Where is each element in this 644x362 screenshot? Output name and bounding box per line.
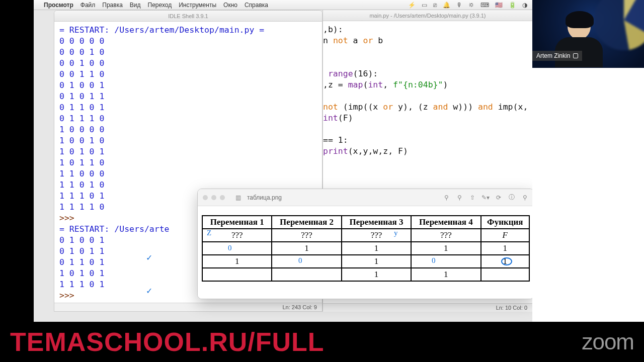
code-frag (323, 69, 328, 78)
code-frag: (x,y,w,z, F) (348, 146, 408, 156)
menu-go[interactable]: Переход (148, 2, 172, 9)
output-row: 1 0 1 1 0 (59, 158, 104, 167)
output-row: 1 1 0 0 0 (59, 169, 104, 178)
table-cell: 1 (342, 268, 411, 281)
output-row: 0 0 1 1 0 (59, 69, 104, 79)
sidebar-toggle-icon[interactable]: ▥ (234, 194, 242, 201)
zoom-in-icon[interactable]: ⚲ (455, 194, 463, 201)
zoom-out-icon[interactable]: ⚲ (442, 194, 450, 201)
output-row: 0 1 1 0 1 (59, 103, 104, 112)
markup-icon[interactable]: ✎▾ (481, 194, 490, 201)
share-icon[interactable]: ⇧ (468, 194, 476, 201)
webcam-tile[interactable]: Artem Zinkin (532, 0, 644, 68)
code-frag: print (323, 146, 348, 156)
preview-window[interactable]: ▥ таблица.png ⚲ ⚲ ⇧ ✎▾ ⟳ ⓘ ⚲ Переменная … (197, 189, 534, 299)
output-row: 1 1 1 1 0 (59, 202, 104, 212)
battery-icon[interactable]: 🔋 (509, 2, 516, 9)
info-icon[interactable]: ⓘ (508, 193, 516, 202)
idle-titlebar[interactable]: IDLE Shell 3.9.1 (54, 11, 322, 22)
output-row: 1 0 1 0 1 (59, 147, 104, 156)
table-header: Переменная 1 (202, 216, 272, 229)
restart-line-1: = RESTART: /Users/artem/Desktop/main.py … (59, 25, 264, 35)
editor-titlebar[interactable]: main.py - /Users/artem/Desktop/main.py (… (323, 10, 532, 21)
mic-icon[interactable]: 🎙 (456, 2, 462, 9)
zoom-logo: zoom (582, 329, 634, 354)
table-cell (272, 268, 341, 281)
menu-window[interactable]: Окно (223, 2, 237, 9)
code-frag: int (323, 113, 338, 123)
right-column: Artem Zinkin (532, 0, 644, 322)
truth-table: Переменная 1 Переменная 2 Переменная 3 П… (202, 215, 530, 282)
flag-us-icon[interactable]: 🇺🇸 (495, 2, 503, 9)
table-cell: ??? (342, 229, 411, 242)
table-cell: ??? (202, 229, 272, 242)
table-cell (411, 255, 480, 268)
table-cell: 1 (411, 268, 480, 281)
output-row: 0 1 0 1 1 (59, 246, 104, 256)
menu-help[interactable]: Справка (245, 2, 268, 9)
code-frag: b (373, 36, 383, 45)
code-frag: ( (363, 80, 368, 89)
output-row: 1 0 0 0 0 (59, 125, 104, 134)
right-column-blank (532, 68, 644, 322)
idle-prompt[interactable]: >>> (59, 291, 79, 300)
table-header: Переменная 4 (411, 216, 480, 229)
mute-icon[interactable] (573, 53, 578, 58)
menu-file[interactable]: Файл (80, 2, 96, 9)
code-frag: (F) (338, 113, 353, 123)
table-cell: 1 (272, 242, 341, 255)
dnd-icon[interactable]: ◑ (522, 2, 527, 9)
table-cell (481, 268, 529, 281)
table-cell (202, 242, 272, 255)
table-header: Переменная 2 (272, 216, 341, 229)
table-cell: 1 (411, 242, 480, 255)
menubar-status-icons: ⚡ ▭ ⎚ 🔔 🎙 ⛭ ⌨ 🇺🇸 🔋 ◑ (408, 2, 532, 9)
traffic-lights[interactable] (203, 195, 225, 200)
output-row: 1 1 0 1 0 (59, 180, 104, 190)
preview-toolbar[interactable]: ▥ таблица.png ⚲ ⚲ ⇧ ✎▾ ⟳ ⓘ ⚲ (198, 189, 534, 206)
code-frag: or (383, 102, 393, 112)
rotate-icon[interactable]: ⟳ (495, 194, 503, 201)
table-cell: 1 (342, 255, 411, 268)
code-frag: and (433, 102, 448, 112)
macos-menubar: Просмотр Файл Правка Вид Переход Инструм… (34, 0, 532, 10)
code-frag: int (368, 80, 383, 89)
menubar-app-name[interactable]: Просмотр (44, 2, 73, 9)
close-icon[interactable] (203, 195, 208, 200)
code-frag: or (363, 36, 373, 45)
hand-check-icon: ✓ (146, 253, 152, 262)
table-cell: F (481, 229, 529, 242)
bottom-banner: TEMASCHOOL.RU/FULL zoom (0, 322, 644, 362)
table-cell: 1 (481, 255, 529, 268)
code-frag: range (328, 69, 353, 78)
participant-name: Artem Zinkin (536, 52, 570, 59)
table-cell (202, 268, 272, 281)
output-row: 0 1 0 0 1 (59, 80, 104, 90)
idle-prompt[interactable]: >>> (59, 213, 79, 223)
table-header: Функция (481, 216, 529, 229)
code-frag: n (323, 36, 333, 45)
output-row: 1 0 0 1 0 (59, 136, 104, 145)
table-header-row: Переменная 1 Переменная 2 Переменная 3 П… (202, 216, 529, 229)
output-row: 0 0 0 0 0 (59, 36, 104, 46)
bolt-icon[interactable]: ⚡ (408, 2, 416, 9)
zoom-icon[interactable] (220, 195, 225, 200)
screen-icon[interactable]: ⎚ (433, 2, 437, 9)
idle-statusbar: Ln: 243 Col: 9 (54, 303, 322, 311)
code-frag: , (383, 80, 393, 89)
search-icon[interactable]: ⚲ (521, 194, 529, 201)
left-gutter (0, 0, 34, 322)
editor-statusbar: Ln: 10 Col: 0 (323, 303, 532, 312)
desktop-area: IDLE Shell 3.9.1 = RESTART: /Users/artem… (34, 10, 532, 322)
restart-line-2: = RESTART: /Users/arte (59, 224, 170, 234)
window-icon[interactable]: ▭ (422, 2, 427, 9)
editor-code[interactable]: ,b): n not a or b range(16): ,z = map(in… (323, 21, 532, 160)
gear-icon[interactable]: ⛭ (468, 2, 474, 9)
keyboard-icon[interactable]: ⌨ (480, 2, 489, 9)
bell-icon[interactable]: 🔔 (443, 2, 450, 9)
menu-tools[interactable]: Инструменты (179, 2, 216, 9)
webcam-name-label: Artem Zinkin (532, 51, 582, 61)
minimize-icon[interactable] (211, 195, 216, 200)
menu-view[interactable]: Вид (130, 2, 141, 9)
menu-edit[interactable]: Правка (102, 2, 123, 9)
